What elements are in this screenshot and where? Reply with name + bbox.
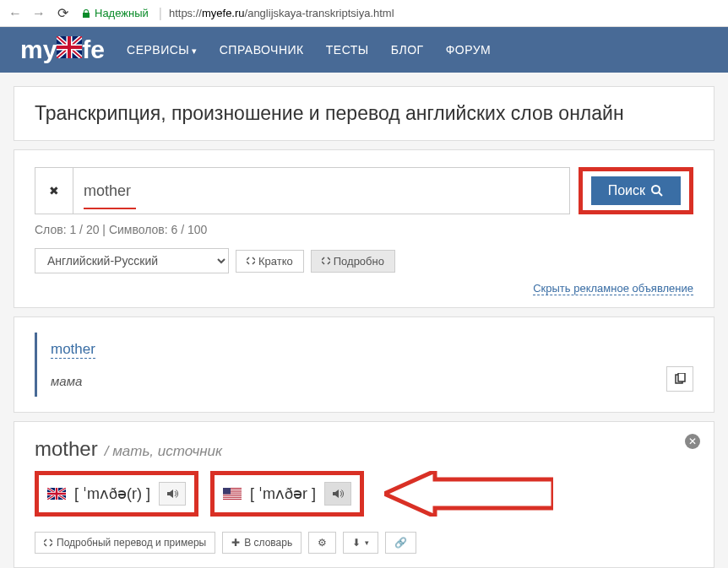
close-button[interactable]: ✕	[685, 434, 700, 449]
link-button[interactable]: 🔗	[385, 532, 416, 554]
page-title: Транскрипция, произношение и перевод анг…	[35, 102, 693, 125]
detail-word: mother	[35, 437, 98, 461]
annotation-us-highlight: [ ˈmʌðər ]	[210, 471, 364, 517]
svg-rect-4	[678, 373, 685, 381]
browser-address-bar: ← → ⟳ Надежный | https://myefe.ru/anglij…	[0, 0, 728, 27]
main-nav: myfe СЕРВИСЫ▾ СПРАВОЧНИК ТЕСТЫ БЛОГ ФОРУ…	[0, 27, 728, 73]
download-icon: ⬇	[352, 537, 361, 549]
search-panel: ✖ Поиск Слов: 1 / 20 | Символов: 6 / 100…	[14, 149, 714, 308]
add-dictionary-button[interactable]: ✚ В словарь	[222, 532, 302, 554]
nav-services[interactable]: СЕРВИСЫ▾	[127, 43, 198, 57]
search-icon	[650, 184, 664, 197]
language-select[interactable]: Английский-Русский	[35, 248, 229, 273]
download-button[interactable]: ⬇▾	[343, 532, 378, 554]
copy-icon	[674, 373, 686, 385]
gear-icon: ⚙	[318, 537, 327, 549]
uk-flag-icon	[47, 488, 66, 500]
search-button[interactable]: Поиск	[591, 176, 681, 205]
result-detail: ✕ mother мать, источник [ ˈmʌðə(r) ] [ ˈ…	[14, 421, 714, 568]
annotation-arrow	[384, 471, 553, 517]
lock-icon	[81, 8, 91, 19]
detail-subtitle: мать, источник	[105, 443, 222, 460]
plus-icon: ✚	[231, 537, 240, 549]
nav-tests[interactable]: ТЕСТЫ	[326, 43, 369, 57]
search-input[interactable]	[73, 167, 570, 214]
clear-button[interactable]: ✖	[35, 167, 73, 214]
brief-button[interactable]: Кратко	[236, 250, 304, 273]
uk-transcription: [ ˈmʌðə(r) ]	[74, 484, 150, 503]
svg-rect-13	[223, 488, 231, 495]
result-word-link[interactable]: mother	[51, 341, 95, 359]
svg-rect-11	[223, 496, 242, 497]
expand-icon	[44, 538, 52, 547]
annotation-underline	[84, 208, 136, 209]
reload-button[interactable]: ⟳	[54, 5, 71, 22]
nav-reference[interactable]: СПРАВОЧНИК	[220, 43, 304, 57]
back-button[interactable]: ←	[7, 5, 24, 22]
svg-line-2	[659, 192, 662, 196]
svg-rect-10	[223, 495, 242, 495]
speaker-icon	[166, 488, 178, 500]
result-translation: мама	[51, 374, 680, 388]
compress-icon	[247, 257, 255, 265]
expand-icon	[322, 257, 330, 265]
forward-button: →	[30, 5, 47, 22]
secure-badge[interactable]: Надежный	[78, 7, 152, 19]
link-icon: 🔗	[394, 537, 407, 549]
svg-point-1	[652, 186, 660, 193]
annotation-uk-highlight: [ ˈmʌðə(r) ]	[35, 471, 198, 517]
play-us-button[interactable]	[324, 482, 351, 506]
nav-forum[interactable]: ФОРУМ	[446, 43, 492, 57]
secure-label: Надежный	[95, 7, 149, 19]
speaker-icon	[332, 488, 344, 500]
nav-blog[interactable]: БЛОГ	[391, 43, 424, 57]
settings-button[interactable]: ⚙	[308, 532, 336, 554]
annotation-search-highlight: Поиск	[579, 167, 693, 214]
url-separator: |	[159, 6, 162, 21]
full-translation-button[interactable]: Подробный перевод и примеры	[35, 532, 215, 554]
result-summary: mother мама	[14, 316, 714, 413]
svg-rect-12	[223, 498, 242, 499]
us-flag-icon	[223, 488, 242, 500]
play-uk-button[interactable]	[159, 482, 186, 506]
copy-button[interactable]	[666, 366, 693, 392]
hide-ad-link[interactable]: Скрыть рекламное объявление	[533, 282, 693, 295]
detail-button[interactable]: Подробно	[311, 250, 395, 273]
logo[interactable]: myfe	[20, 35, 105, 64]
caret-icon: ▾	[365, 538, 369, 547]
us-transcription: [ ˈmʌðər ]	[250, 484, 316, 503]
stats-line: Слов: 1 / 20 | Символов: 6 / 100	[35, 223, 693, 236]
page-title-box: Транскрипция, произношение и перевод анг…	[14, 86, 714, 141]
url-display[interactable]: https://myefe.ru/anglijskaya-transkripts…	[169, 7, 394, 19]
